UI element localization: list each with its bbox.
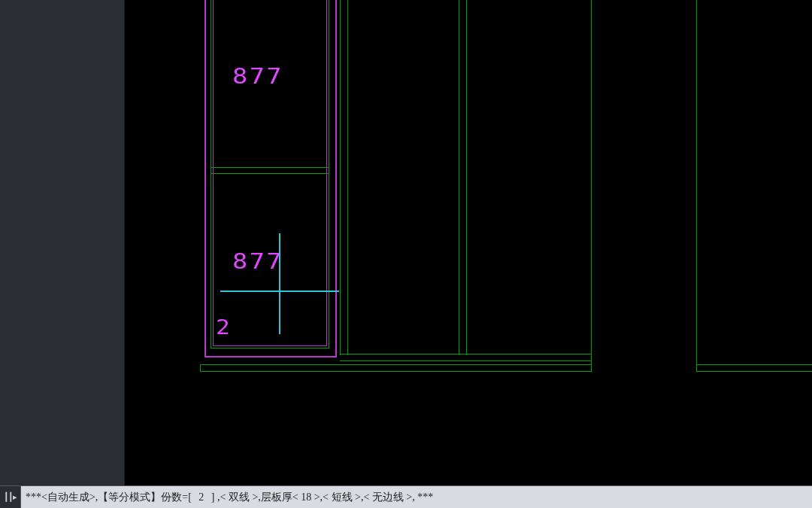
- cmd-input-count[interactable]: [192, 491, 211, 503]
- drawing-area[interactable]: 877 877 2: [125, 0, 812, 485]
- command-bar[interactable]: ┃┃▸ ***<自动生成>,【等分模式】份数=[] ,< 双线 >,层板厚< 1…: [0, 485, 812, 508]
- dim-small: 2: [216, 316, 232, 339]
- cmd-opt-noedge[interactable]: 无边线: [369, 491, 406, 503]
- dim-lower: 877: [232, 249, 283, 274]
- panel-v1b: [347, 0, 348, 355]
- panel-v2b: [466, 0, 467, 355]
- drawing-canvas[interactable]: 877 877 2: [125, 0, 812, 485]
- panel-h-top2: [340, 360, 592, 361]
- cab-shelf-bot: [211, 173, 329, 174]
- upper-region: 877 877 2: [0, 0, 812, 485]
- base-line-v-left: [200, 364, 201, 372]
- cmd-opt-double[interactable]: 双线: [226, 491, 252, 503]
- base-line-v-right: [591, 0, 592, 372]
- cab-green-bot: [211, 348, 329, 348]
- cab-green-right: [329, 0, 329, 348]
- cmd-mid3: >,<: [314, 491, 329, 503]
- sel-outer-right: [335, 0, 337, 357]
- left-sidebar[interactable]: [0, 0, 125, 485]
- app-root: 877 877 2 ┃┃▸ ***<自动生成>,【等分模式】份数=[] ,< 双…: [0, 0, 812, 508]
- command-line[interactable]: ***<自动生成>,【等分模式】份数=[] ,< 双线 >,层板厚< 18 >,…: [21, 491, 812, 504]
- cmd-mid4: >,<: [355, 491, 369, 503]
- panel-v2a: [459, 0, 459, 355]
- panel-h-top: [340, 354, 592, 354]
- base-line-h1: [200, 364, 591, 365]
- sel-outer-bot: [205, 356, 337, 357]
- far-right-line-h2: [696, 371, 812, 372]
- far-right-line-v: [696, 0, 697, 372]
- sel-inner-left: [213, 0, 214, 346]
- sel-inner-right: [326, 0, 327, 346]
- cmd-thickness[interactable]: 18: [298, 491, 314, 503]
- cmd-suffix: >, ***: [406, 491, 433, 503]
- cab-shelf-top: [211, 167, 329, 168]
- sel-inner-bot: [213, 345, 327, 346]
- cmd-opt-short[interactable]: 短线: [329, 491, 355, 503]
- base-line-h2: [200, 371, 591, 372]
- panel-v1a: [340, 0, 341, 355]
- sel-outer-left: [205, 0, 206, 357]
- dim-upper: 877: [232, 64, 283, 89]
- crosshair-v: [279, 233, 280, 334]
- cmd-mid2: >,层板厚<: [252, 491, 298, 503]
- cmd-mid1: ] ,<: [211, 491, 226, 503]
- command-toggle-icon[interactable]: ┃┃▸: [0, 486, 21, 508]
- cab-green-left: [211, 0, 211, 348]
- cmd-prefix: ***<自动生成>,【等分模式】份数=[: [26, 491, 192, 503]
- toggle-glyph: ┃┃▸: [4, 492, 17, 502]
- far-right-line-h1: [696, 364, 812, 365]
